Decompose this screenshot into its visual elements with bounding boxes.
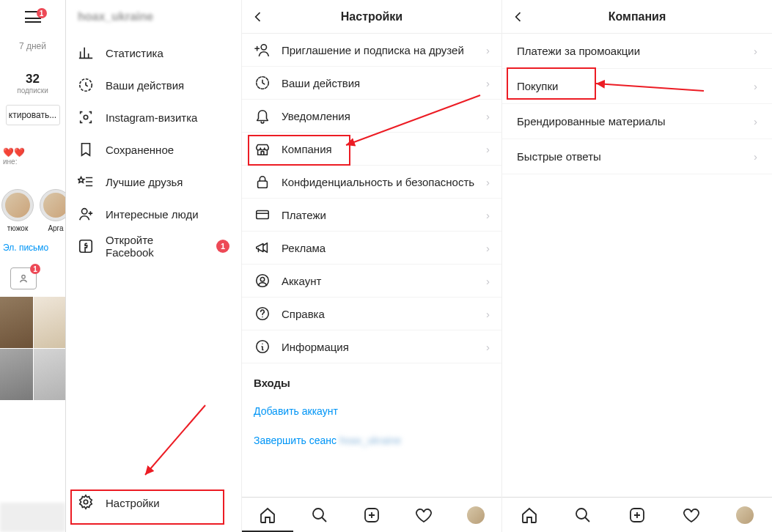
chevron-right-icon: › bbox=[754, 80, 757, 92]
chevron-right-icon: › bbox=[486, 242, 490, 254]
hamburger-button[interactable]: 1 bbox=[25, 11, 41, 23]
menu-item-best-friends[interactable]: Лучшие друзья bbox=[66, 166, 241, 198]
menu-item-discover-people[interactable]: Интересные люди bbox=[66, 198, 241, 230]
row-label: Быстрые ответы bbox=[517, 150, 601, 163]
row-invite[interactable]: Приглашение и подписка на друзей › bbox=[242, 34, 501, 67]
blur-strip bbox=[0, 503, 65, 532]
story-highlight[interactable]: тюжок bbox=[1, 189, 34, 232]
svg-rect-9 bbox=[258, 181, 268, 188]
row-label: Реклама bbox=[282, 242, 326, 254]
subscriptions-stat[interactable]: 32 подписки bbox=[0, 72, 65, 95]
megaphone-icon bbox=[254, 239, 271, 256]
settings-button[interactable]: Настройки bbox=[66, 487, 241, 519]
menu-item-stats[interactable]: Статистика bbox=[66, 37, 241, 69]
tab-add[interactable] bbox=[363, 506, 381, 524]
help-icon bbox=[254, 305, 271, 322]
chevron-right-icon: › bbox=[486, 77, 490, 89]
page-title: Компания bbox=[609, 10, 666, 23]
slide-menu: hoax_ukraine Статистика Ваши действия In… bbox=[66, 0, 241, 532]
activity-icon bbox=[254, 74, 271, 92]
row-label: Уведомления bbox=[282, 110, 350, 122]
logins-header: Входы bbox=[242, 363, 501, 396]
tab-search[interactable] bbox=[311, 506, 328, 524]
settings-label: Настройки bbox=[106, 497, 160, 509]
row-quick-replies[interactable]: Быстрые ответы › bbox=[502, 139, 772, 174]
tab-home[interactable] bbox=[259, 506, 276, 524]
row-about[interactable]: Информация › bbox=[242, 330, 501, 363]
chevron-right-icon: › bbox=[754, 115, 757, 128]
row-notifications[interactable]: Уведомления › bbox=[242, 100, 501, 133]
row-label: Аккаунт bbox=[282, 275, 321, 287]
chevron-right-icon: › bbox=[486, 44, 490, 56]
menu-item-nametag[interactable]: Instagram-визитка bbox=[66, 101, 241, 133]
tagged-photos-button[interactable]: 1 bbox=[10, 267, 37, 289]
email-link[interactable]: Эл. письмо bbox=[0, 243, 65, 253]
chevron-right-icon: › bbox=[486, 308, 490, 320]
tab-profile[interactable] bbox=[467, 506, 485, 524]
star-list-icon bbox=[78, 174, 94, 190]
menu-item-activity[interactable]: Ваши действия bbox=[66, 69, 241, 101]
subscriptions-count: 32 bbox=[0, 72, 65, 86]
chevron-right-icon: › bbox=[754, 45, 757, 57]
hearts-text: ❤️❤️ bbox=[0, 147, 65, 158]
arrow-annotation bbox=[125, 402, 213, 489]
row-label: Справка bbox=[282, 308, 325, 320]
row-privacy[interactable]: Конфиденциальность и безопасность › bbox=[242, 166, 501, 199]
row-help[interactable]: Справка › bbox=[242, 298, 501, 330]
mini-line: ине: bbox=[0, 158, 65, 166]
add-user-icon bbox=[78, 206, 94, 222]
svg-point-0 bbox=[22, 276, 26, 279]
row-company[interactable]: Компания › bbox=[242, 133, 501, 166]
row-account[interactable]: Аккаунт › bbox=[242, 265, 501, 298]
row-branded-content[interactable]: Брендированные материалы › bbox=[502, 104, 772, 139]
svg-point-12 bbox=[260, 277, 265, 281]
add-account-link[interactable]: Добавить аккаунт bbox=[242, 396, 501, 426]
tab-activity[interactable] bbox=[415, 506, 433, 524]
back-button[interactable] bbox=[251, 0, 265, 33]
nametag-icon bbox=[78, 109, 94, 125]
photo-grid bbox=[0, 297, 66, 400]
tab-activity[interactable] bbox=[683, 506, 700, 524]
days-label: 7 дней bbox=[0, 41, 65, 51]
chevron-left-icon bbox=[511, 10, 526, 24]
svg-point-16 bbox=[313, 509, 323, 519]
tab-profile[interactable] bbox=[736, 506, 754, 524]
menu-item-label: Статистика bbox=[106, 47, 163, 59]
hamburger-badge: 1 bbox=[37, 8, 47, 18]
svg-point-2 bbox=[84, 115, 88, 119]
row-promo-payments[interactable]: Платежи за промоакции › bbox=[502, 34, 772, 69]
edit-profile-button[interactable]: ктировать... bbox=[6, 105, 60, 125]
subscriptions-label: подписки bbox=[0, 86, 65, 95]
row-label: Платежи bbox=[282, 209, 326, 221]
row-ads[interactable]: Реклама › bbox=[242, 232, 501, 265]
svg-line-6 bbox=[145, 405, 205, 475]
person-icon bbox=[17, 272, 30, 285]
svg-rect-4 bbox=[80, 240, 92, 253]
back-button[interactable] bbox=[511, 0, 526, 33]
story-label: тюжок bbox=[1, 224, 34, 232]
logout-link[interactable]: Завершить сеанс hoax_ukraine bbox=[242, 426, 501, 455]
menu-item-label: Сохраненное bbox=[106, 144, 174, 156]
chevron-right-icon: › bbox=[486, 341, 490, 353]
tab-add[interactable] bbox=[628, 506, 646, 524]
menu-item-label: Откройте Facebook bbox=[106, 234, 205, 259]
tab-search[interactable] bbox=[574, 506, 592, 524]
row-shopping[interactable]: Покупки › bbox=[502, 69, 772, 104]
row-activity[interactable]: Ваши действия › bbox=[242, 67, 501, 100]
menu-item-facebook[interactable]: Откройте Facebook 1 bbox=[66, 230, 241, 262]
story-circle bbox=[40, 189, 66, 221]
row-payments[interactable]: Платежи › bbox=[242, 199, 501, 232]
gear-icon bbox=[78, 494, 94, 512]
page-title: Настройки bbox=[341, 10, 402, 23]
menu-item-saved[interactable]: Сохраненное bbox=[66, 133, 241, 166]
tabbar bbox=[502, 497, 772, 532]
row-label: Ваши действия bbox=[282, 77, 360, 89]
svg-rect-10 bbox=[257, 211, 269, 219]
avatar bbox=[467, 506, 485, 524]
menu-username: hoax_ukraine bbox=[66, 0, 241, 34]
story-highlight[interactable]: Арга bbox=[40, 189, 66, 232]
avatar bbox=[736, 506, 754, 524]
row-label: Брендированные материалы bbox=[517, 115, 666, 128]
chevron-right-icon: › bbox=[486, 209, 490, 221]
tab-home[interactable] bbox=[521, 506, 538, 524]
